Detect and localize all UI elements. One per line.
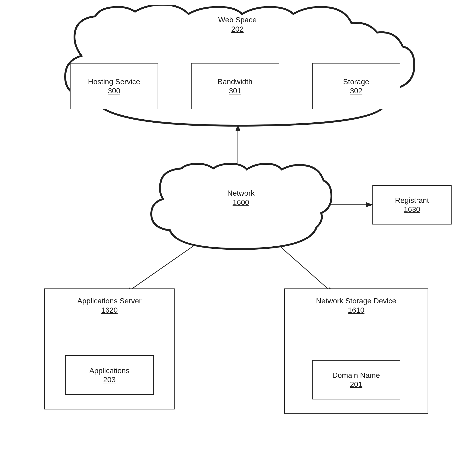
web-space-label: Web Space 202 [191, 15, 284, 34]
web-space-id: 202 [191, 25, 284, 34]
network-storage-device-id: 1610 [285, 306, 428, 314]
diagram-container: Web Space 202 Hosting Service 300 Bandwi… [0, 0, 476, 449]
hosting-service-id: 300 [108, 87, 120, 95]
registrant-id: 1630 [404, 205, 420, 214]
hosting-service-box: Hosting Service 300 [70, 63, 158, 109]
web-space-title: Web Space [191, 15, 284, 25]
network-label: Network 1600 [212, 188, 270, 207]
domain-name-id: 201 [350, 380, 362, 389]
applications-server-label: Applications Server [45, 296, 174, 306]
bandwidth-label: Bandwidth [218, 77, 252, 87]
network-storage-device-label: Network Storage Device [285, 296, 428, 306]
bandwidth-box: Bandwidth 301 [191, 63, 279, 109]
network-storage-device-box: Network Storage Device 1610 Domain Name … [284, 288, 428, 414]
applications-id: 203 [103, 376, 115, 384]
hosting-service-label: Hosting Service [88, 77, 140, 87]
registrant-label: Registrant [395, 196, 429, 205]
domain-name-label: Domain Name [332, 370, 380, 380]
applications-server-box: Applications Server 1620 Applications 20… [44, 288, 175, 410]
network-cloud [144, 163, 335, 256]
applications-server-id: 1620 [45, 306, 174, 314]
network-title: Network [212, 188, 270, 198]
storage-box: Storage 302 [312, 63, 400, 109]
bandwidth-id: 301 [229, 87, 241, 95]
applications-label: Applications [89, 366, 130, 376]
domain-name-box: Domain Name 201 [312, 360, 400, 399]
storage-id: 302 [350, 87, 362, 95]
registrant-box: Registrant 1630 [372, 185, 452, 224]
storage-label: Storage [343, 77, 369, 87]
applications-box: Applications 203 [65, 355, 154, 395]
network-id: 1600 [212, 198, 270, 207]
